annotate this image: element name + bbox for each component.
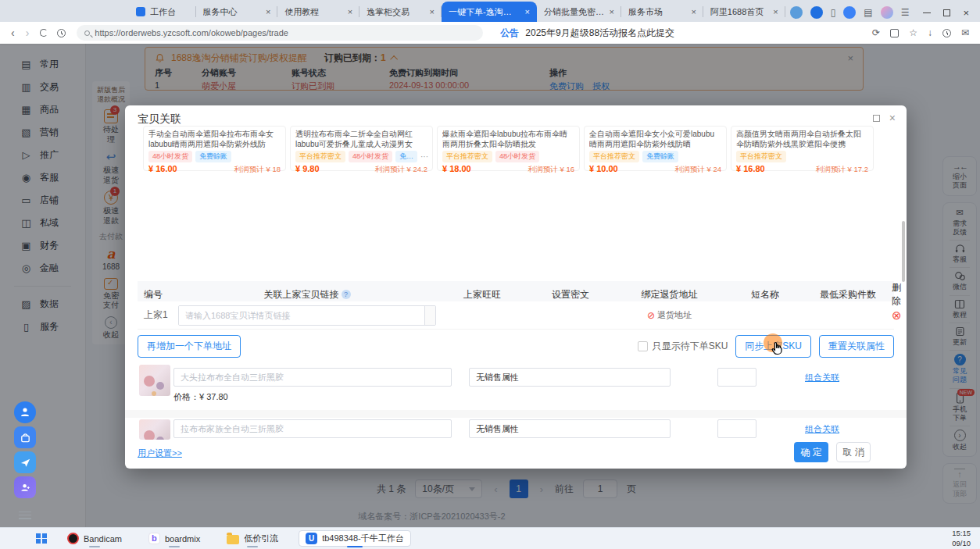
notes-extension-icon[interactable]: ▤	[864, 7, 872, 18]
toolbar-right-icons: ⟳ ☆ ↓ ✉	[872, 27, 980, 38]
modal-scrollbar[interactable]	[902, 221, 905, 282]
tab-close-icon[interactable]: ×	[691, 7, 696, 16]
col-shortname: 短名称	[726, 288, 804, 301]
share-button[interactable]	[14, 451, 36, 473]
sku-attr-input[interactable]	[469, 368, 671, 387]
browser-menu-icon[interactable]: ☰	[901, 7, 910, 18]
product-price: ¥ 10.00	[589, 164, 618, 173]
announcement-label[interactable]: 公告	[500, 27, 519, 40]
combo-association-link[interactable]: 组合关联	[805, 423, 839, 435]
tab-1688-home[interactable]: 阿里1688首页 ×	[703, 2, 785, 22]
extension-icon-2[interactable]	[810, 6, 823, 19]
product-card[interactable]: 高颜值男女晴雨两用伞自动折叠太阳伞防晒防紫外线黑胶遮阳伞便携 平台推荐密文 ¥ …	[731, 126, 874, 171]
combo-association-link[interactable]: 组合关联	[805, 372, 839, 383]
sku-name-input[interactable]	[173, 368, 452, 387]
modal-title: 宝贝关联	[138, 112, 181, 127]
product-card[interactable]: 透明拉布布雨伞二折伞全自动网红labubu可爱折叠儿童成人动漫男女 平台推荐密文…	[290, 126, 433, 171]
start-button[interactable]	[36, 533, 47, 544]
app-label: boardmix	[165, 534, 200, 544]
profit-estimate: 利润预计 ¥ 16	[528, 165, 574, 175]
sku-qty-input[interactable]	[717, 368, 756, 387]
tab-yizhanggui-trade[interactable]: 逸掌柜交易 ×	[359, 2, 442, 22]
product-card[interactable]: 全自动雨伞遮阳伞女小众可爱labubu晴雨两用遮阳伞防紫外线防晒 平台推荐密文 …	[584, 126, 727, 171]
sku-qty-input[interactable]	[717, 419, 756, 438]
announcement-bar: 公告 2025年9月超级88活动报名点此提交	[500, 27, 674, 40]
panel-icon[interactable]	[890, 29, 899, 37]
tab-label: 逸掌柜交易	[367, 6, 424, 18]
workbench-favicon-icon	[136, 7, 145, 16]
modal-maximize-icon[interactable]	[873, 115, 880, 122]
taskbar-app-qianniu[interactable]: U tb498348-千牛工作台	[299, 530, 411, 547]
taskbar-folder[interactable]: 低价引流	[220, 531, 284, 546]
col-wangwang: 上家旺旺	[436, 288, 528, 301]
back-icon[interactable]: ‹	[11, 27, 15, 39]
tab-close-icon[interactable]: ×	[773, 7, 778, 16]
product-price: ¥ 9.80	[295, 164, 320, 173]
tab-service-center[interactable]: 服务中心 ×	[196, 2, 278, 22]
sync-icon[interactable]: ⟳	[872, 27, 880, 38]
reload-icon[interactable]	[40, 29, 48, 37]
announcement-text[interactable]: 2025年9月超级88活动报名点此提交	[525, 27, 674, 40]
phone-extension-icon[interactable]: ▯	[831, 7, 836, 18]
only-pending-checkbox[interactable]	[638, 341, 648, 351]
bookmark-star-icon[interactable]: ☆	[909, 27, 917, 38]
delete-row-icon[interactable]: ⊗	[892, 308, 902, 323]
assistant-button[interactable]	[14, 401, 36, 423]
product-association-modal: 宝贝关联 × 手动全自动雨伞遮阳伞拉布布雨伞女labubu晴雨两用遮阳伞防紫外线…	[125, 105, 907, 469]
extension-icon-3[interactable]	[843, 6, 856, 19]
history-icon[interactable]	[57, 29, 66, 37]
product-card[interactable]: 爆款雨伞遮阳伞labubu拉布布雨伞晴雨两用折叠太阳伞防晒批发 平台推荐密文 4…	[437, 126, 580, 171]
sku-name-input[interactable]	[173, 419, 452, 438]
contact-button[interactable]	[14, 476, 36, 498]
shop-bag-button[interactable]	[14, 426, 36, 448]
tab-close-icon[interactable]: ×	[610, 7, 614, 16]
tab-label: 分销批量免密支付	[544, 6, 605, 18]
url-text: https://orderwebs.yzcsoft.com/okoweb/pag…	[95, 28, 288, 37]
return-address-cell[interactable]: ⊘ 退货地址	[613, 309, 726, 321]
forward-icon[interactable]: ›	[26, 27, 30, 39]
col-return-address: 绑定退货地址	[613, 288, 726, 301]
product-card[interactable]: 手动全自动雨伞遮阳伞拉布布雨伞女labubu晴雨两用遮阳伞防紫外线防 48小时发…	[143, 126, 286, 171]
browser-profile-avatar[interactable]	[881, 6, 893, 19]
sku-attr-input[interactable]	[469, 419, 671, 438]
window-maximize-icon[interactable]	[943, 9, 950, 16]
user-settings-link[interactable]: 用户设置>>	[138, 447, 182, 459]
app-label: Bandicam	[84, 534, 122, 544]
link-input-suffix[interactable]	[424, 306, 435, 325]
taskbar-app-boardmix[interactable]: b boardmix	[142, 531, 206, 546]
hamburger-menu-icon[interactable]	[19, 509, 31, 521]
cancel-button[interactable]: 取 消	[836, 442, 871, 462]
tab-one-click-order-active[interactable]: 一键下单-逸淘软件 ×	[442, 2, 537, 22]
product-title: 手动全自动雨伞遮阳伞拉布布雨伞女labubu晴雨两用遮阳伞防紫外线防	[148, 129, 281, 149]
info-icon[interactable]: ?	[342, 290, 351, 299]
confirm-button[interactable]: 确 定	[794, 442, 828, 462]
tab-close-icon[interactable]: ×	[266, 7, 270, 16]
tab-close-icon[interactable]: ×	[525, 7, 530, 16]
tag-platform-cipher: 平台推荐密文	[736, 151, 786, 162]
screen: 工作台 服务中心 × 使用教程 × 逸掌柜交易 × 一键下单-逸淘软件 × 分销…	[0, 0, 980, 549]
reset-attrs-button[interactable]: 重置关联属性	[819, 335, 894, 358]
modal-close-icon[interactable]: ×	[889, 112, 896, 124]
address-bar[interactable]: https://orderwebs.yzcsoft.com/okoweb/pag…	[77, 25, 483, 41]
tab-workbench[interactable]: 工作台	[129, 2, 196, 22]
tab-tutorial[interactable]: 使用教程 ×	[277, 2, 359, 22]
profit-estimate: 利润预计 ¥ 18	[234, 165, 281, 175]
add-address-button[interactable]: 再增加一个下单地址	[138, 335, 241, 358]
taskbar-app-bandicam[interactable]: Bandicam	[61, 531, 128, 546]
only-pending-label[interactable]: 只显示待下单SKU	[653, 340, 728, 353]
tab-batch-payment[interactable]: 分销批量免密支付 ×	[537, 2, 621, 22]
clock-icon[interactable]	[942, 29, 951, 37]
running-indicator	[89, 546, 100, 547]
mail-icon[interactable]: ✉	[961, 27, 969, 38]
extension-icon-1[interactable]	[790, 6, 803, 19]
product-link-input[interactable]	[179, 306, 424, 325]
window-close-icon[interactable]: ×	[963, 7, 969, 19]
tag-platform-cipher: 平台推荐密文	[442, 151, 492, 162]
tab-close-icon[interactable]: ×	[348, 7, 352, 16]
tab-close-icon[interactable]: ×	[430, 7, 435, 16]
window-minimize-icon[interactable]	[923, 12, 931, 13]
profit-estimate: 利润预计 ¥ 24.2	[375, 165, 427, 175]
taskbar-clock[interactable]: 15:15 09/10	[952, 529, 971, 548]
download-icon[interactable]: ↓	[928, 27, 932, 38]
tab-service-market[interactable]: 服务市场 ×	[621, 2, 703, 22]
